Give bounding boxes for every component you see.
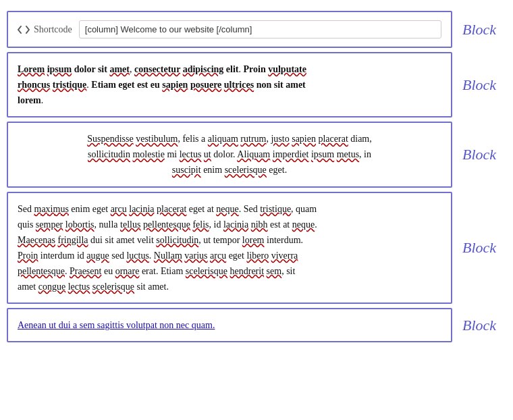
word-sapien: sapien xyxy=(162,80,188,90)
word-metus: metus xyxy=(337,149,359,159)
word-aliquam: aliquam xyxy=(208,134,238,144)
w9: tellus xyxy=(120,219,140,230)
word-non: non sit amet xyxy=(256,80,306,90)
shortcode-block-content: Shortcode xyxy=(7,11,452,48)
block-label-5: Block xyxy=(452,317,506,334)
block-label-3: Block xyxy=(452,146,506,163)
block-label-4: Block xyxy=(452,239,506,257)
word-posuere: posuere ultrices xyxy=(190,80,254,90)
word-sapien2: sapien xyxy=(292,134,316,144)
word-suscipit: suscipit xyxy=(172,165,201,175)
w25: libero xyxy=(246,251,269,261)
w26: viverra xyxy=(271,251,298,261)
w24: arcu xyxy=(210,251,226,261)
w32: sem xyxy=(267,266,282,276)
word-ipsum2: ipsum xyxy=(311,149,334,159)
w23: varius xyxy=(184,251,207,261)
block-row-paragraph4: Aenean ut dui a sem sagittis volutpat no… xyxy=(7,308,506,342)
w22: Nullam xyxy=(154,251,182,261)
word-rhoncus: rhoncus tristique xyxy=(18,80,86,90)
w12: lacinia xyxy=(223,219,248,230)
w4: placerat xyxy=(157,204,186,214)
word-placerat: placerat xyxy=(318,134,348,144)
w19: Proin xyxy=(18,251,38,261)
w14: neque xyxy=(292,219,315,230)
w15: Maecenas xyxy=(18,235,55,245)
word-sollicitudin: sollicitudin xyxy=(88,149,130,159)
w18: lorem xyxy=(242,235,265,245)
block-label-2: Block xyxy=(452,76,506,94)
shortcode-row: Shortcode xyxy=(18,20,441,38)
block-row-paragraph1: Lorem ipsum dolor sit amet, consectetur … xyxy=(7,52,506,117)
paragraph4-text: Aenean ut dui a sem sagittis volutpat no… xyxy=(18,317,441,333)
word-proin: Proin vulputate xyxy=(243,64,306,74)
w3: lacinia xyxy=(129,204,154,214)
w16: fringilla xyxy=(57,235,88,245)
w10: pellentesque xyxy=(143,219,190,230)
w34: lectus xyxy=(68,282,90,292)
paragraph3-text: Sed maximus enim eget arcu lacinia place… xyxy=(18,201,441,295)
w11: felis xyxy=(192,219,209,230)
word-etiam: Etiam eget est eu xyxy=(91,80,159,90)
paragraph2-block-content: Suspendisse vestibulum, felis a aliquam … xyxy=(7,122,452,187)
word-lorem: Lorem xyxy=(18,64,45,74)
word-ut: ut xyxy=(204,149,211,159)
w7: semper xyxy=(36,219,63,230)
paragraph3-block-content: Sed maximus enim eget arcu lacinia place… xyxy=(7,192,452,305)
word-lorem2: lorem xyxy=(18,95,41,105)
word-aliquam2: Aliquam xyxy=(237,149,270,159)
w5: neque xyxy=(216,204,238,214)
paragraph2-text: Suspendisse vestibulum, felis a aliquam … xyxy=(18,131,441,178)
w27: pellentesque xyxy=(18,266,65,276)
w35: scelerisque xyxy=(92,282,134,292)
w1: maximus xyxy=(34,204,69,214)
w29: ornare xyxy=(115,266,140,276)
word-suspendisse: Suspendisse xyxy=(87,134,133,144)
shortcode-icon-label: Shortcode xyxy=(18,24,72,35)
paragraph4-link[interactable]: Aenean ut dui a sem sagittis volutpat no… xyxy=(18,320,215,330)
w20: augue xyxy=(86,251,109,261)
w2: arcu xyxy=(111,204,127,214)
word-imperdiet: imperdiet xyxy=(273,149,309,159)
block-row-paragraph2: Suspendisse vestibulum, felis a aliquam … xyxy=(7,122,506,187)
word-dolor: dolor sit xyxy=(74,64,107,74)
word-lectus: lectus xyxy=(180,149,202,159)
shortcode-input[interactable] xyxy=(79,20,441,38)
word-vestibulum: vestibulum xyxy=(136,134,178,144)
w13: nibh xyxy=(251,219,268,230)
w8: lobortis xyxy=(65,219,94,230)
w31: hendrerit xyxy=(230,266,265,276)
word-scelerisque: scelerisque xyxy=(225,165,267,175)
code-icon xyxy=(18,25,30,34)
word-consectetur: consectetur adipiscing elit xyxy=(134,64,239,74)
block-row-shortcode: Shortcode Block xyxy=(7,11,506,48)
word-justo: justo xyxy=(271,134,289,144)
word-amet: amet xyxy=(109,64,130,74)
paragraph1-block-content: Lorem ipsum dolor sit amet, consectetur … xyxy=(7,52,452,117)
word-ipsum: ipsum xyxy=(47,64,72,74)
shortcode-label: Shortcode xyxy=(34,24,72,35)
paragraph1-text: Lorem ipsum dolor sit amet, consectetur … xyxy=(18,61,441,108)
block-row-paragraph3: Sed maximus enim eget arcu lacinia place… xyxy=(7,192,506,305)
block-label-1: Block xyxy=(452,21,506,38)
w33: congue xyxy=(38,282,65,292)
w21: luctus xyxy=(126,251,148,261)
word-rutrum: rutrum xyxy=(240,134,266,144)
word-molestie: molestie xyxy=(132,149,164,159)
w28: Praesent xyxy=(70,266,101,276)
w17: sollicitudin xyxy=(156,235,198,245)
w6: tristique xyxy=(260,204,291,214)
paragraph4-block-content: Aenean ut dui a sem sagittis volutpat no… xyxy=(7,308,452,342)
w30: scelerisque xyxy=(186,266,227,276)
